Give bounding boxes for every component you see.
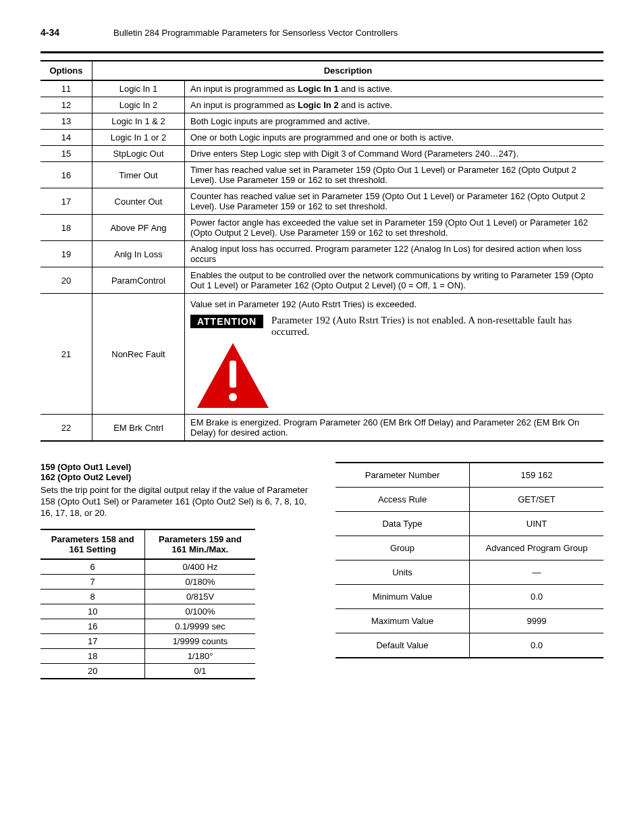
param-left-column: 159 (Opto Out1 Level) 162 (Opto Out2 Lev… (41, 462, 308, 679)
lower-section: 159 (Opto Out1 Level) 162 (Opto Out2 Lev… (41, 462, 603, 679)
table-row: 21 NonRec Fault Value set in Parameter 1… (41, 294, 603, 415)
settings-table: Parameters 158 and 161 Setting Parameter… (41, 529, 255, 679)
table-row: 19 Anlg In Loss Analog input loss has oc… (41, 241, 603, 267)
settings-header-setting: Parameters 158 and 161 Setting (41, 529, 145, 559)
page-title: Bulletin 284 Programmable Parameters for… (113, 28, 398, 38)
settings-header-minmax: Parameters 159 and 161 Min./Max. (145, 529, 255, 559)
options-header: Options (41, 61, 92, 80)
table-row: 15 StpLogic Out Drive enters Step Logic … (41, 146, 603, 162)
table-row: 80/815V (41, 589, 255, 604)
param-right-column: Parameter Number159 162 Access RuleGET/S… (336, 462, 603, 658)
param-title-1: 159 (Opto Out1 Level) (41, 462, 308, 472)
table-row: 14 Logic In 1 or 2 One or both Logic inp… (41, 130, 603, 146)
table-row: 60/400 Hz (41, 559, 255, 575)
table-row: 11 Logic In 1 An input is programmed as … (41, 80, 603, 97)
svg-point-2 (229, 393, 237, 401)
table-row: 100/100% (41, 604, 255, 619)
page-number: 4-34 (41, 27, 59, 38)
param-title-2: 162 (Opto Out2 Level) (41, 472, 308, 482)
table-row: 20 ParamControl Enables the output to be… (41, 267, 603, 294)
table-row: Parameter Number159 162 (336, 463, 603, 488)
table-row: 12 Logic In 2 An input is programmed as … (41, 97, 603, 113)
description-header: Description (92, 61, 604, 80)
page-header: 4-34 Bulletin 284 Programmable Parameter… (41, 27, 603, 38)
row-desc-top: Value set in Parameter 192 (Auto Rstrt T… (190, 299, 598, 309)
param-description: Sets the trip point for the digital outp… (41, 485, 308, 519)
options-table: Options Description 11 Logic In 1 An inp… (41, 60, 603, 442)
header-rule (41, 51, 603, 53)
table-row: 18 Above PF Ang Power factor angle has e… (41, 215, 603, 241)
table-row: 16 Timer Out Timer has reached value set… (41, 162, 603, 188)
table-row: 181/180° (41, 648, 255, 663)
table-row: 22 EM Brk Cntrl EM Brake is energized. P… (41, 415, 603, 442)
table-row: GroupAdvanced Program Group (336, 536, 603, 561)
table-row: 200/1 (41, 663, 255, 679)
svg-rect-1 (230, 361, 236, 388)
table-row: Minimum Value0.0 (336, 585, 603, 609)
properties-table: Parameter Number159 162 Access RuleGET/S… (336, 462, 603, 658)
table-row: 171/9999 counts (41, 633, 255, 648)
table-row: 160.1/9999 sec (41, 619, 255, 633)
table-row: Maximum Value9999 (336, 609, 603, 633)
table-row: Units— (336, 561, 603, 585)
table-row: Data TypeUINT (336, 512, 603, 536)
table-row: 70/180% (41, 574, 255, 589)
attention-label: ATTENTION (190, 315, 263, 328)
table-row: Default Value0.0 (336, 633, 603, 658)
attention-message: Parameter 192 (Auto Rstrt Tries) is not … (271, 315, 598, 338)
warning-triangle-icon (196, 342, 598, 411)
table-row: 13 Logic In 1 & 2 Both Logic inputs are … (41, 113, 603, 130)
table-row: Access RuleGET/SET (336, 488, 603, 512)
table-row: 17 Counter Out Counter has reached value… (41, 188, 603, 215)
